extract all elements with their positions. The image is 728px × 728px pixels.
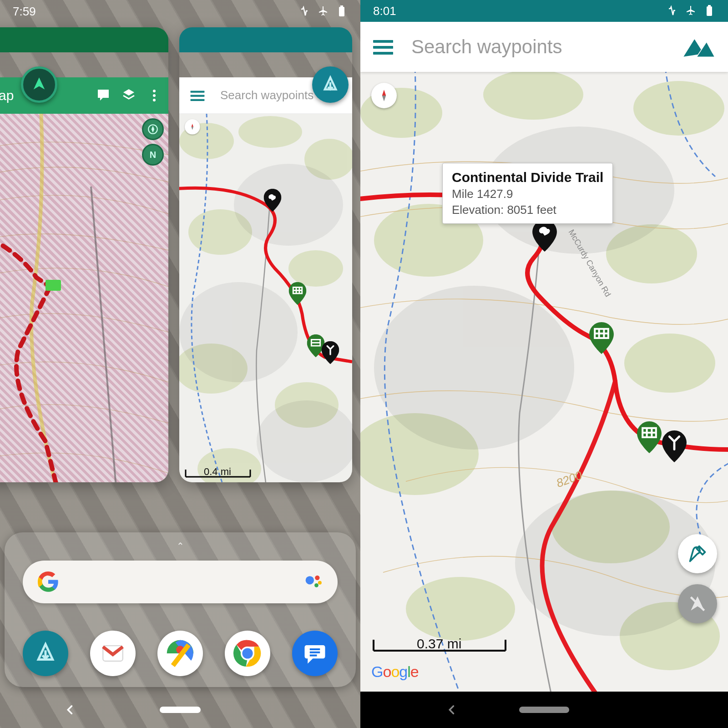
battery-icon bbox=[336, 5, 348, 17]
compass-mini[interactable] bbox=[185, 119, 200, 135]
svg-rect-1 bbox=[340, 5, 343, 7]
home-panel: ⌃ bbox=[5, 532, 356, 687]
svg-point-4 bbox=[153, 99, 156, 101]
trail-dashed bbox=[0, 114, 168, 482]
tooltip-mile: Mile 1427.9 bbox=[452, 187, 603, 201]
nav-bar-left bbox=[0, 692, 360, 728]
recents-row[interactable]: Map bbox=[0, 27, 360, 485]
location-off-icon bbox=[688, 594, 708, 614]
svg-rect-41 bbox=[708, 5, 711, 7]
card1-app-icon[interactable] bbox=[21, 66, 57, 103]
svg-point-27 bbox=[306, 576, 314, 584]
svg-point-2 bbox=[153, 90, 156, 92]
marker-gate-2[interactable] bbox=[637, 421, 662, 453]
svg-point-16 bbox=[179, 282, 298, 382]
location-fab[interactable] bbox=[678, 584, 717, 623]
status-icons-right bbox=[667, 5, 715, 17]
trail-app-icon bbox=[321, 75, 340, 94]
scalebar-small: 0.4 mi bbox=[184, 468, 252, 482]
card2-map-svg bbox=[179, 114, 352, 482]
dock-gmail[interactable] bbox=[90, 631, 136, 676]
svg-point-8 bbox=[238, 116, 302, 148]
marker-fork[interactable] bbox=[662, 430, 687, 462]
layers-icon[interactable] bbox=[122, 88, 137, 103]
search-input[interactable]: Search waypoints bbox=[411, 36, 682, 58]
marker-gate[interactable] bbox=[289, 282, 307, 305]
svg-point-15 bbox=[234, 164, 343, 246]
dock-trail-app[interactable] bbox=[23, 631, 68, 676]
north-letter: N bbox=[150, 150, 156, 160]
card2-search[interactable]: Search waypoints bbox=[220, 88, 313, 102]
vibrate-icon bbox=[667, 5, 679, 17]
tools-fab[interactable] bbox=[678, 534, 717, 573]
status-bar-right: 8:01 bbox=[360, 0, 728, 22]
status-icons bbox=[299, 5, 348, 17]
card1-title: Map bbox=[0, 88, 14, 103]
back-icon[interactable] bbox=[445, 703, 458, 716]
clock-right: 8:01 bbox=[373, 4, 396, 18]
tooltip-elevation: Elevation: 8051 feet bbox=[452, 203, 603, 217]
map-controls: N bbox=[142, 118, 164, 166]
google-g-icon bbox=[36, 570, 60, 594]
status-bar-left: 7:59 bbox=[0, 0, 360, 23]
menu-icon[interactable] bbox=[191, 88, 205, 102]
locus-nav-icon bbox=[30, 75, 49, 94]
chat-icon[interactable] bbox=[96, 88, 112, 103]
dock-maps[interactable] bbox=[157, 631, 203, 676]
dock-chrome[interactable] bbox=[225, 631, 270, 676]
svg-point-11 bbox=[288, 250, 343, 287]
svg-point-30 bbox=[314, 583, 318, 587]
card2-app-icon[interactable] bbox=[312, 66, 349, 103]
compass-button[interactable] bbox=[142, 118, 164, 140]
vibrate-icon bbox=[299, 5, 311, 17]
dock bbox=[23, 631, 338, 676]
assistant-icon[interactable] bbox=[304, 572, 324, 592]
nav-bar-right bbox=[360, 692, 728, 728]
svg-point-47 bbox=[624, 334, 715, 393]
scale-value-small: 0.4 mi bbox=[204, 466, 231, 478]
svg-point-29 bbox=[318, 581, 322, 585]
svg-point-50 bbox=[406, 577, 515, 641]
tools-icon bbox=[688, 544, 708, 564]
svg-point-28 bbox=[315, 576, 319, 580]
scale-value: 0.37 mi bbox=[417, 636, 461, 652]
back-icon[interactable] bbox=[64, 703, 76, 716]
home-pill-icon[interactable] bbox=[160, 707, 201, 713]
svg-point-53 bbox=[374, 286, 574, 450]
svg-rect-5 bbox=[46, 280, 61, 291]
svg-point-43 bbox=[483, 72, 583, 120]
mountain-icon[interactable] bbox=[682, 35, 715, 59]
home-pill-icon[interactable] bbox=[519, 707, 569, 713]
more-vert-icon[interactable] bbox=[147, 88, 163, 103]
compass-icon bbox=[147, 123, 159, 135]
app-bar: Search waypoints bbox=[360, 22, 728, 72]
svg-point-44 bbox=[633, 81, 724, 136]
card2-map-canvas[interactable]: 0.4 mi Google bbox=[179, 114, 352, 482]
dock-messages[interactable] bbox=[292, 631, 338, 676]
airplane-icon bbox=[685, 5, 697, 17]
clock: 7:59 bbox=[13, 5, 36, 19]
google-attribution: Google bbox=[371, 663, 419, 681]
menu-button[interactable] bbox=[373, 37, 393, 57]
phone-left: 7:59 Map bbox=[0, 0, 360, 728]
north-lock-button[interactable]: N bbox=[142, 144, 164, 166]
phone-right: 8:01 Search waypoints bbox=[360, 0, 728, 728]
marker-fork[interactable] bbox=[322, 341, 339, 364]
svg-rect-40 bbox=[707, 6, 712, 16]
marker-gate[interactable] bbox=[589, 322, 614, 354]
battery-icon bbox=[703, 5, 715, 17]
scalebar: 0.37 mi bbox=[371, 637, 508, 655]
map-canvas[interactable]: Continental Divide Trail Mile 1427.9 Ele… bbox=[360, 72, 728, 692]
airplane-icon bbox=[318, 5, 329, 17]
compass-button[interactable] bbox=[371, 83, 397, 108]
svg-rect-0 bbox=[339, 7, 344, 16]
card1-map-canvas[interactable]: N bbox=[0, 114, 168, 482]
trail-tooltip[interactable]: Continental Divide Trail Mile 1427.9 Ele… bbox=[442, 163, 613, 224]
svg-point-3 bbox=[153, 94, 156, 97]
tooltip-title: Continental Divide Trail bbox=[452, 170, 603, 185]
fab-column bbox=[678, 534, 717, 623]
marker-wildlife[interactable] bbox=[532, 220, 557, 252]
marker-wildlife[interactable] bbox=[264, 189, 282, 212]
google-search-bar[interactable] bbox=[23, 561, 338, 603]
drag-up-caret[interactable]: ⌃ bbox=[177, 541, 184, 551]
